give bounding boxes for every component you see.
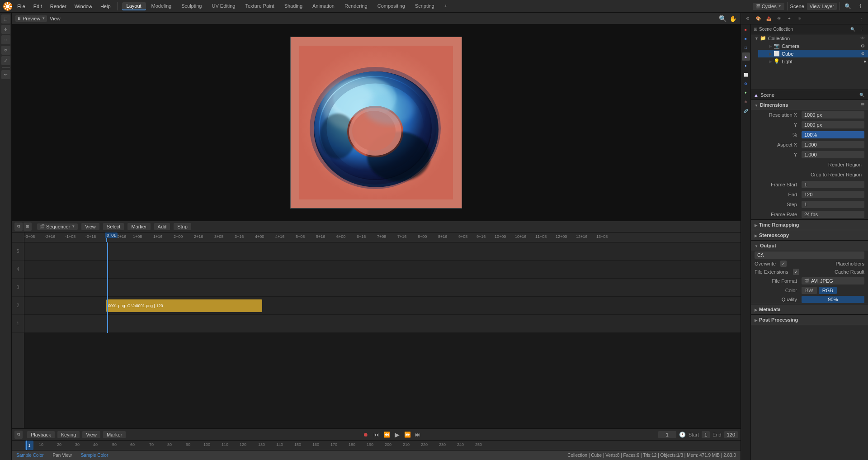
file-ext-checkbox[interactable] <box>793 269 799 275</box>
rp-icon-particles[interactable]: ✦ <box>784 14 794 24</box>
pi-render[interactable]: ■ <box>742 25 750 33</box>
res-x-input[interactable]: 1000 px <box>802 111 864 119</box>
pi-output[interactable]: ■ <box>742 34 750 43</box>
seq-icon1[interactable]: ⧉ <box>14 223 23 231</box>
output-header[interactable]: Output <box>751 241 868 251</box>
outliner-light[interactable]: ▶ 💡 Light ● <box>758 57 868 65</box>
search-icon[interactable]: 🔍 <box>843 1 853 11</box>
timeline-main[interactable]: -3+08 -2+16 -1+08 -0+16 0+01 0+16 1+08 1… <box>24 232 741 429</box>
pi-particles2[interactable]: ✦ <box>742 89 750 97</box>
toolbar-select[interactable]: ⬚ <box>1 14 10 24</box>
rp-icon-physics[interactable]: ⚛ <box>795 14 805 24</box>
toolbar-move[interactable]: ↔ <box>1 35 10 44</box>
track-2[interactable]: 0001.png: C:\2\0001.png | 120 <box>24 297 741 315</box>
step-input[interactable]: 1 <box>802 201 864 208</box>
outliner-cube[interactable]: ▶ ⬜ Cube ⚙ <box>758 50 868 57</box>
res-y-input[interactable]: 1000 px <box>802 121 864 128</box>
tab-sculpting[interactable]: Sculpting <box>177 2 206 10</box>
toolbar-annotate[interactable]: ✏ <box>1 70 10 79</box>
track-4[interactable] <box>24 261 741 279</box>
pb-marker-menu[interactable]: Marker <box>103 431 126 438</box>
post-processing-header[interactable]: Post Processing <box>751 315 868 325</box>
rp-icon-scene[interactable]: ⚙ <box>743 14 753 24</box>
menu-file[interactable]: File <box>14 3 29 10</box>
view-layer-dropdown[interactable]: View Layer <box>807 3 837 10</box>
metadata-header[interactable]: Metadata <box>751 304 868 314</box>
outliner-filter-icon[interactable]: 🔍 <box>849 26 856 33</box>
percent-input[interactable]: 100% <box>802 131 864 138</box>
seq-icon2[interactable]: ⊞ <box>24 223 32 231</box>
toolbar-scale[interactable]: ⤢ <box>1 56 10 65</box>
step-forward-button[interactable]: ⏩ <box>403 431 412 439</box>
tab-rendering[interactable]: Rendering <box>340 2 372 10</box>
rp-icon-render[interactable]: 🎨 <box>753 14 763 24</box>
dim-presets-icon[interactable]: ☰ <box>861 103 864 107</box>
seq-add[interactable]: Add <box>154 223 170 230</box>
pi-modifier[interactable]: ⚙ <box>742 80 750 88</box>
file-format-select[interactable]: 🎬 AVI JPEG <box>802 277 864 285</box>
rp-icon-output[interactable]: 📤 <box>764 14 774 24</box>
stereoscopy-header[interactable]: Stereoscopy <box>751 230 868 240</box>
sequence-strip-1[interactable]: 0001.png: C:\2\0001.png | 120 <box>106 299 262 312</box>
frame-rate-input[interactable]: 24 fps <box>802 211 864 218</box>
track-5[interactable] <box>24 242 741 261</box>
seq-select[interactable]: Select <box>103 223 124 230</box>
seq-marker[interactable]: Marker <box>127 223 150 230</box>
aspect-y-input[interactable]: 1.000 <box>802 151 864 158</box>
dimensions-header[interactable]: Dimensions ☰ <box>751 100 868 110</box>
pi-view3d[interactable]: □ <box>742 43 750 52</box>
menu-window[interactable]: Window <box>71 3 96 10</box>
tab-uv-editing[interactable]: UV Editing <box>207 2 240 10</box>
menu-edit[interactable]: Edit <box>30 3 46 10</box>
tab-add[interactable]: + <box>440 2 452 10</box>
color-rgb-btn[interactable]: RGB <box>819 287 837 294</box>
jump-end-button[interactable]: ⏭ <box>413 431 422 439</box>
outliner-camera[interactable]: ▶ 📷 Camera ⚙ <box>758 42 868 50</box>
step-back-button[interactable]: ⏪ <box>382 431 391 439</box>
aspect-x-input[interactable]: 1.000 <box>802 141 864 148</box>
seq-strip[interactable]: Strip <box>174 223 191 230</box>
camera-settings-icon[interactable]: ⚙ <box>861 43 865 48</box>
pi-physics2[interactable]: ⚛ <box>742 98 750 106</box>
pb-icon1[interactable]: ⧉ <box>14 431 23 439</box>
pi-world[interactable]: ● <box>742 62 750 70</box>
info-icon[interactable]: ℹ <box>855 1 865 11</box>
overwrite-checkbox[interactable] <box>780 261 787 267</box>
outliner-options-icon[interactable]: ⋮ <box>858 26 865 33</box>
time-remapping-header[interactable]: Time Remapping <box>751 220 868 230</box>
tab-texture-paint[interactable]: Texture Paint <box>241 2 278 10</box>
end-frame-input[interactable]: 120 <box>724 431 738 438</box>
outliner-collection[interactable]: ▼ 📁 Collection 👁 <box>751 34 868 42</box>
frame-start-input[interactable]: 1 <box>802 181 864 188</box>
track-1[interactable] <box>24 315 741 333</box>
record-button[interactable]: ⏺ <box>361 431 370 439</box>
keying-menu[interactable]: Keying <box>57 431 80 438</box>
view-mode-selector[interactable]: 🖥 Preview ▼ <box>15 15 47 22</box>
playback-menu[interactable]: Playback <box>27 431 55 438</box>
view-menu[interactable]: View <box>50 16 61 21</box>
pb-view-menu[interactable]: View <box>82 431 100 438</box>
rp-icon-view[interactable]: 👁 <box>774 14 784 24</box>
cube-settings-icon[interactable]: ⚙ <box>861 51 865 56</box>
tab-layout[interactable]: Layout <box>122 2 146 10</box>
output-path-input[interactable]: C:\ <box>755 251 864 259</box>
zoom-icon[interactable]: 🔍 <box>719 15 726 22</box>
seq-view[interactable]: View <box>81 223 99 230</box>
pi-object[interactable]: ⬜ <box>742 71 750 79</box>
track-3[interactable] <box>24 279 741 297</box>
menu-help[interactable]: Help <box>97 3 114 10</box>
menu-render[interactable]: Render <box>47 3 70 10</box>
render-engine-dropdown[interactable]: 🎬 Cycles ▼ <box>753 3 784 10</box>
tab-animation[interactable]: Animation <box>308 2 339 10</box>
tab-scripting[interactable]: Scripting <box>410 2 439 10</box>
color-bw-btn[interactable]: BW <box>802 287 817 294</box>
rp-icon-filter[interactable]: ⋮ <box>856 14 866 24</box>
start-frame-input[interactable]: 1 <box>702 431 710 438</box>
toolbar-rotate[interactable]: ↻ <box>1 46 10 55</box>
toolbar-cursor[interactable]: ✛ <box>1 25 10 34</box>
current-frame-display[interactable]: 1 <box>658 431 676 438</box>
sequencer-mode-dropdown[interactable]: 🎬 Sequencer ▼ <box>37 223 78 230</box>
tab-modeling[interactable]: Modeling <box>147 2 176 10</box>
pi-constraints[interactable]: 🔗 <box>742 107 750 115</box>
frame-end-input[interactable]: 120 <box>802 191 864 198</box>
